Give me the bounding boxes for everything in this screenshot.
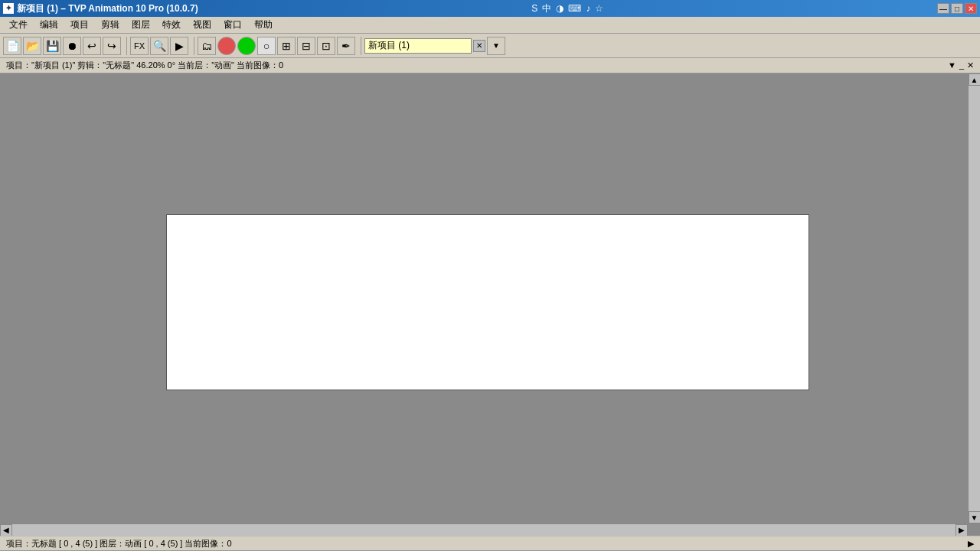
menu-edit[interactable]: 编辑 [34, 17, 64, 33]
title-bar: ✦ 新项目 (1) – TVP Animation 10 Pro (10.0.7… [0, 0, 980, 17]
color-grey-button[interactable]: ○ [257, 37, 276, 55]
play-button[interactable]: ▶ [170, 37, 188, 55]
color-red-button[interactable] [217, 37, 236, 55]
project-name-text: 新项目 (1) [368, 39, 410, 52]
layers-button[interactable]: 🗂 [198, 37, 216, 55]
grid-button[interactable]: ⊞ [277, 37, 296, 55]
open-button[interactable]: 📂 [23, 37, 41, 55]
keyboard-icon: ⌨ [568, 3, 581, 14]
moon-icon: ◑ [556, 3, 564, 14]
speaker-icon: ♪ [586, 3, 590, 14]
menu-effects[interactable]: 特效 [156, 17, 187, 33]
scroll-up-button[interactable]: ▲ [969, 73, 981, 86]
lang-icon: 中 [542, 2, 551, 15]
toolbar: 📄 📂 💾 ⏺ ↩ ↪ FX 🔍 ▶ 🗂 ○ ⊞ ⊟ ⊡ ✒ 新项目 (1) ✕… [0, 34, 980, 58]
menu-clip[interactable]: 剪辑 [95, 17, 126, 33]
window-title: ✦ 新项目 (1) – TVP Animation 10 Pro (10.0.7… [3, 2, 198, 15]
menu-project[interactable]: 项目 [64, 17, 95, 33]
undo-button[interactable]: ↩ [83, 37, 101, 55]
close-button[interactable]: ✕ [965, 3, 977, 14]
project-name-close[interactable]: ✕ [473, 40, 485, 52]
scroll-down-button[interactable]: ▼ [969, 511, 981, 523]
scroll-right-button[interactable]: ▶ [956, 524, 968, 536]
toolbar-sep-3 [358, 37, 361, 55]
minimize-button[interactable]: — [937, 3, 949, 14]
menu-window[interactable]: 窗口 [217, 17, 248, 33]
new-button[interactable]: 📄 [3, 37, 21, 55]
maximize-button[interactable]: □ [951, 3, 963, 14]
toolbar-sep-2 [191, 37, 194, 55]
info-bar: 项目："新项目 (1)" 剪辑："无标题" 46.20% 0° 当前层："动画"… [0, 58, 980, 73]
toolbar-sep-1 [124, 37, 127, 55]
horizontal-scrollbar[interactable]: ◀ ▶ [0, 523, 968, 536]
info-controls: ▼ _ ✕ [948, 60, 974, 70]
menu-layer[interactable]: 图层 [126, 17, 156, 33]
vertical-scrollbar[interactable]: ▲ ▼ [968, 73, 980, 523]
menu-file[interactable]: 文件 [3, 17, 34, 33]
record-button[interactable]: ⏺ [63, 37, 81, 55]
scroll-left-button[interactable]: ◀ [0, 524, 12, 536]
redo-button[interactable]: ↪ [103, 37, 121, 55]
sbi-icon: S [531, 3, 537, 14]
color-green-button[interactable] [237, 37, 256, 55]
main-area: ▲ ▼ ◀ ▶ [0, 73, 980, 536]
menu-view[interactable]: 视图 [187, 17, 217, 33]
menu-help[interactable]: 帮助 [248, 17, 279, 33]
window-controls: — □ ✕ [937, 3, 977, 14]
project-name-box[interactable]: 新项目 (1) [364, 38, 472, 54]
search-button[interactable]: 🔍 [150, 37, 168, 55]
canvas-area: ▲ ▼ ◀ ▶ [0, 73, 980, 536]
star-icon: ☆ [595, 3, 603, 14]
canvas-status-bar: 项目：无标题 [ 0 , 4 (5) ] 图层：动画 [ 0 , 4 (5) ]… [0, 536, 980, 551]
info-minimize-icon[interactable]: _ [959, 60, 964, 70]
fx-button[interactable]: FX [130, 37, 149, 55]
app-icon: ✦ [3, 3, 14, 14]
toolbar-dropdown[interactable]: ▼ [487, 37, 505, 55]
info-text: 项目："新项目 (1)" 剪辑："无标题" 46.20% 0° 当前层："动画"… [6, 60, 283, 71]
canvas-drawing[interactable] [166, 214, 809, 390]
frame-button[interactable]: ⊡ [317, 37, 335, 55]
grid2-button[interactable]: ⊟ [297, 37, 315, 55]
info-down-icon[interactable]: ▼ [948, 60, 956, 70]
menu-bar: 文件 编辑 项目 剪辑 图层 特效 视图 窗口 帮助 [0, 17, 980, 34]
info-close-icon[interactable]: ✕ [967, 60, 974, 70]
save-button[interactable]: 💾 [43, 37, 61, 55]
pen-button[interactable]: ✒ [337, 37, 355, 55]
title-text: 新项目 (1) – TVP Animation 10 Pro (10.0.7) [17, 2, 198, 15]
canvas-status-text: 项目：无标题 [ 0 , 4 (5) ] 图层：动画 [ 0 , 4 (5) ]… [6, 538, 232, 549]
canvas-status-arrow[interactable]: ▶ [968, 539, 974, 549]
canvas-inner [8, 81, 968, 523]
title-right-icons: S 中 ◑ ⌨ ♪ ☆ [530, 2, 605, 15]
